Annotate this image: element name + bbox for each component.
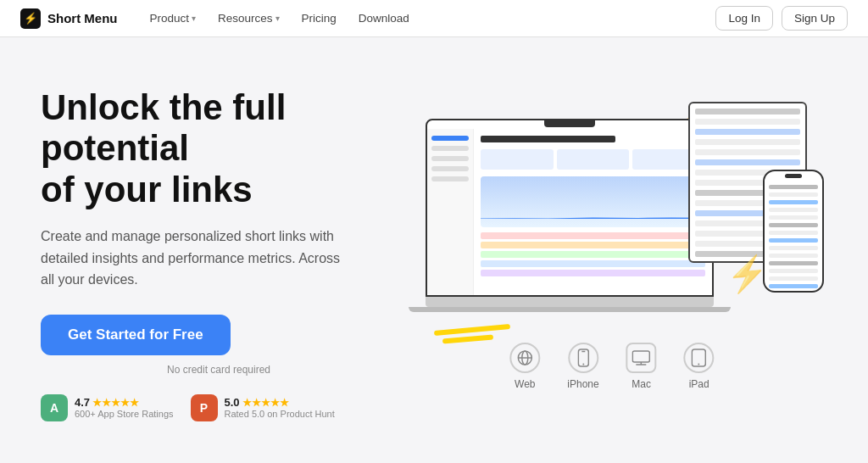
tablet-row — [695, 119, 800, 125]
iphone-row — [769, 261, 818, 265]
tablet-row — [695, 129, 800, 135]
nav-pricing[interactable]: Pricing — [293, 8, 345, 28]
appstore-rating: A 4.7 ★★★★★ 600+ App Store Ratings — [41, 394, 174, 421]
iphone-row — [769, 208, 818, 212]
iphone-notch — [785, 174, 802, 178]
iphone-row — [769, 231, 818, 235]
screen-content — [474, 129, 712, 295]
platforms-bar: Web iPhone — [509, 343, 714, 390]
main-content: Unlock the full potential of your links … — [0, 37, 868, 463]
table-row-sim — [481, 251, 705, 258]
platform-web-label: Web — [515, 378, 535, 390]
platform-mac-label: Mac — [632, 378, 651, 390]
iphone-row — [769, 254, 818, 258]
screen-chart — [481, 176, 705, 227]
web-icon — [509, 343, 540, 373]
hero-title: Unlock the full potential of your links — [41, 87, 397, 210]
laptop-screen — [426, 119, 714, 297]
logo[interactable]: ⚡ Short Menu — [20, 8, 118, 29]
table-row-sim — [481, 270, 705, 276]
chevron-down-icon: ▾ — [192, 14, 196, 23]
nav-links: Product ▾ Resources ▾ Pricing Download — [142, 8, 716, 28]
svg-point-10 — [698, 364, 700, 365]
chevron-down-icon: ▾ — [275, 14, 280, 23]
table-row-sim — [481, 260, 705, 267]
screen-stats — [481, 149, 705, 170]
no-credit-label: No credit card required — [41, 364, 397, 376]
iphone-row — [769, 246, 818, 250]
platform-mac: Mac — [626, 343, 657, 390]
producthunt-score: 5.0 ★★★★★ — [225, 396, 335, 409]
iphone-icon — [568, 343, 598, 373]
iphone-row — [769, 292, 818, 293]
screen-table — [481, 232, 705, 276]
producthunt-stars: ★★★★★ — [242, 397, 289, 409]
screen-sidebar — [427, 129, 474, 295]
sidebar-sim-item — [431, 136, 469, 141]
devices-container: ⚡ Web — [409, 93, 815, 407]
platform-iphone-label: iPhone — [567, 378, 598, 390]
producthunt-sub: Rated 5.0 on Product Hunt — [225, 409, 335, 419]
iphone-row — [769, 276, 818, 281]
appstore-info: 4.7 ★★★★★ 600+ App Store Ratings — [75, 396, 174, 419]
ipad-icon — [684, 343, 715, 373]
tablet-row — [695, 149, 800, 155]
mac-icon — [626, 343, 657, 373]
stripe-yellow-1 — [434, 324, 510, 336]
stat-box — [481, 149, 554, 170]
nav-download[interactable]: Download — [350, 8, 418, 28]
laptop-notch — [544, 120, 595, 127]
sidebar-sim-item — [431, 156, 469, 161]
cta-button[interactable]: Get Started for Free — [41, 315, 231, 355]
iphone-screen — [763, 170, 824, 293]
platform-web: Web — [509, 343, 540, 390]
tablet-row — [695, 109, 800, 114]
laptop-mockup — [426, 119, 714, 312]
screen-inner — [427, 120, 712, 295]
table-row-sim — [481, 242, 705, 248]
laptop-foot — [409, 307, 731, 312]
sidebar-sim-item — [431, 166, 469, 171]
table-row-sim — [481, 232, 705, 239]
svg-rect-6 — [633, 351, 650, 362]
hero-section: Unlock the full potential of your links … — [41, 79, 397, 421]
appstore-stars: ★★★★★ — [92, 397, 139, 409]
iphone-row — [769, 269, 818, 273]
iphone-row — [769, 238, 818, 243]
iphone-row — [769, 185, 818, 189]
iphone-row — [769, 284, 818, 288]
iphone-row — [769, 200, 818, 204]
tablet-row — [695, 139, 800, 145]
platform-ipad: iPad — [684, 343, 715, 390]
navbar: ⚡ Short Menu Product ▾ Resources ▾ Prici… — [0, 0, 868, 37]
appstore-sub: 600+ App Store Ratings — [75, 409, 174, 419]
tablet-row — [695, 159, 800, 165]
laptop-base — [426, 297, 714, 307]
appstore-badge: A — [41, 394, 68, 421]
ratings-section: A 4.7 ★★★★★ 600+ App Store Ratings P 5.0… — [41, 394, 397, 421]
platform-iphone: iPhone — [567, 343, 598, 390]
signup-button[interactable]: Sign Up — [782, 6, 848, 31]
producthunt-info: 5.0 ★★★★★ Rated 5.0 on Product Hunt — [225, 396, 335, 419]
stripe-yellow-2 — [442, 334, 493, 343]
hero-description: Create and manage personalized short lin… — [41, 226, 346, 291]
svg-point-5 — [582, 364, 584, 365]
devices-section: ⚡ Web — [397, 37, 827, 463]
iphone-row — [769, 192, 818, 197]
iphone-row — [769, 215, 818, 220]
sidebar-sim-item — [431, 146, 469, 151]
nav-resources[interactable]: Resources ▾ — [209, 8, 288, 28]
producthunt-badge: P — [191, 394, 218, 421]
login-button[interactable]: Log In — [715, 6, 773, 31]
nav-right: Log In Sign Up — [715, 6, 848, 31]
screen-title-bar — [481, 136, 615, 142]
iphone-row — [769, 223, 818, 227]
nav-product[interactable]: Product ▾ — [142, 8, 205, 28]
lightning-icon: ⚡ — [725, 253, 771, 296]
platform-ipad-label: iPad — [689, 378, 709, 390]
producthunt-rating: P 5.0 ★★★★★ Rated 5.0 on Product Hunt — [191, 394, 335, 421]
stat-box — [557, 149, 630, 170]
logo-icon: ⚡ — [20, 8, 41, 29]
logo-text: Short Menu — [47, 11, 118, 25]
chart-line — [481, 217, 705, 219]
